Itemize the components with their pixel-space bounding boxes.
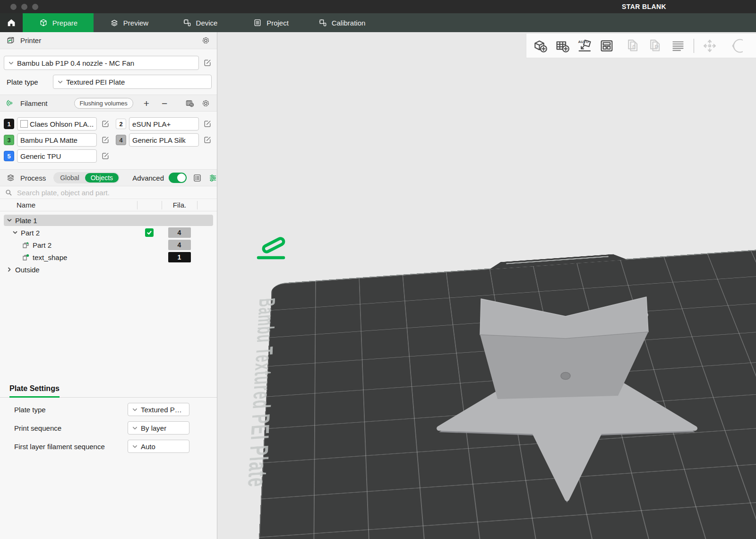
tree-row-part2-child[interactable]: Part 2 4 [0,239,217,251]
tab-calibration[interactable]: Calibration [306,13,377,32]
filament-2-select[interactable]: eSUN PLA+ [129,117,199,130]
tab-prepare[interactable]: Prepare [23,13,94,32]
part-icon [22,241,30,249]
svg-text:P: P [654,43,658,50]
filament-5-select[interactable]: Generic TPU [17,149,97,163]
plate-type-value: Textured PEI Plate [66,78,125,86]
edit-icon [101,119,110,129]
ps-print-sequence-select[interactable]: By layer [128,421,189,435]
scope-global-button[interactable]: Global [54,173,85,183]
process-section-header: Process Global Objects Advanced [0,169,217,186]
tab-home[interactable] [0,13,23,32]
printer-settings-button[interactable] [200,35,211,46]
plate-handle [489,253,627,270]
edit-icon [101,135,110,145]
edit-icon [203,135,212,145]
tab-device[interactable]: Device [164,13,235,32]
maximize-window-button[interactable] [32,4,38,10]
preview-icon [110,18,119,27]
project-icon [253,18,262,27]
svg-text:AUTO: AUTO [578,39,589,43]
process-section-title: Process [20,174,46,182]
tab-calibration-label: Calibration [332,19,366,27]
tab-project[interactable]: Project [235,13,306,32]
filament-assignment-badge[interactable]: 4 [168,227,191,238]
plate-type-select[interactable]: Textured PEI Plate [53,75,212,89]
tab-preview[interactable]: Preview [94,13,164,32]
filament-2-badge: 2 [116,119,126,129]
filament-5-badge: 5 [4,151,14,161]
print-enable-checkbox[interactable] [145,228,154,237]
parameter-list-button[interactable] [191,172,203,183]
layers-list-button[interactable] [670,38,686,54]
object-search-input[interactable] [16,188,212,197]
edit-filament-4-button[interactable] [202,134,213,146]
filament-assignment-badge[interactable]: 4 [168,240,191,250]
tree-row-part2-parent[interactable]: Part 2 4 [0,226,217,239]
ams-sync-button[interactable] [184,97,195,109]
filament-settings-button[interactable] [200,97,211,109]
close-window-button[interactable] [10,4,17,10]
edit-filament-3-button[interactable] [100,134,111,146]
scope-objects-button[interactable]: Objects [85,173,119,183]
filament-section-title: Filament [20,99,48,107]
flushing-volumes-button[interactable]: Flushing volumes [74,98,133,109]
tree-row-outside[interactable]: Outside [0,263,217,276]
edit-printer-preset-button[interactable] [202,57,213,69]
filament-slot-5: 5 Generic TPU [4,149,111,163]
filament-slot-2: 2 eSUN PLA+ [116,117,213,130]
gear-icon [201,35,211,45]
filament-3-badge: 3 [4,135,14,145]
window-title: STAR BLANK [622,3,666,10]
text-part-icon [22,253,30,261]
minimize-window-button[interactable] [21,4,27,10]
filament-1-color-swatch [20,120,28,128]
edit-icon [101,151,110,161]
object-tree: Plate 1 Part 2 4 [0,211,217,276]
tab-preview-label: Preview [123,19,148,27]
tune-button[interactable] [207,172,217,183]
printer-section-header: Printer [0,32,217,49]
tree-row-plate-1[interactable]: Plate 1 [0,214,217,226]
add-model-button[interactable] [532,38,548,54]
filament-1-badge: 1 [4,119,14,129]
add-filament-button[interactable]: + [142,98,151,108]
tab-project-label: Project [266,19,289,27]
list-icon [192,173,202,183]
advanced-toggle[interactable] [169,173,187,183]
ps-first-layer-sequence-select[interactable]: Auto [128,440,189,453]
prepare-icon [39,18,48,27]
chevron-right-icon[interactable] [7,267,12,272]
add-plate-button[interactable] [554,38,570,54]
printer-preset-value: Bambu Lab P1P 0.4 nozzle - MC Fan [17,59,134,67]
rotate-button[interactable] [724,38,743,54]
chevron-down-icon[interactable] [12,230,18,235]
calibration-icon [318,18,327,27]
filament-assignment-badge[interactable]: 1 [168,252,191,262]
arrange-button[interactable] [599,38,615,54]
filament-3-select[interactable]: Bambu PLA Matte [17,133,97,147]
edit-filament-2-button[interactable] [202,118,213,130]
tree-row-text-shape[interactable]: text_shape 1 [0,251,217,263]
auto-orient-button[interactable]: AUTO [576,38,593,54]
filament-4-select[interactable]: Generic PLA Silk [129,133,199,147]
column-fila: Fila. [162,201,197,209]
center-hole [561,373,570,380]
split-parts-button[interactable]: P [648,38,664,54]
object-table-header: Name Fila. [0,199,217,211]
remove-filament-button[interactable]: − [160,98,169,108]
tab-device-label: Device [196,19,218,27]
split-objects-button[interactable]: 0 [626,38,642,54]
build-plate-area: Bambu Textured PEI Plate [217,32,756,539]
ps-plate-type-select[interactable]: Textured PEI ... [128,403,189,416]
edit-filament-5-button[interactable] [100,150,111,162]
chevron-down-icon[interactable] [7,217,12,223]
home-icon [6,17,17,28]
viewport-toolbar: AUTO 0 P [526,33,756,58]
printer-icon [6,35,16,45]
plate-brand-text: Bambu Textured PEI Plate [242,297,281,488]
filament-1-select[interactable]: Claes Ohlson PLA... [17,117,97,130]
printer-preset-select[interactable]: Bambu Lab P1P 0.4 nozzle - MC Fan [4,56,199,70]
edit-filament-1-button[interactable] [100,118,111,130]
move-button[interactable] [702,38,718,54]
